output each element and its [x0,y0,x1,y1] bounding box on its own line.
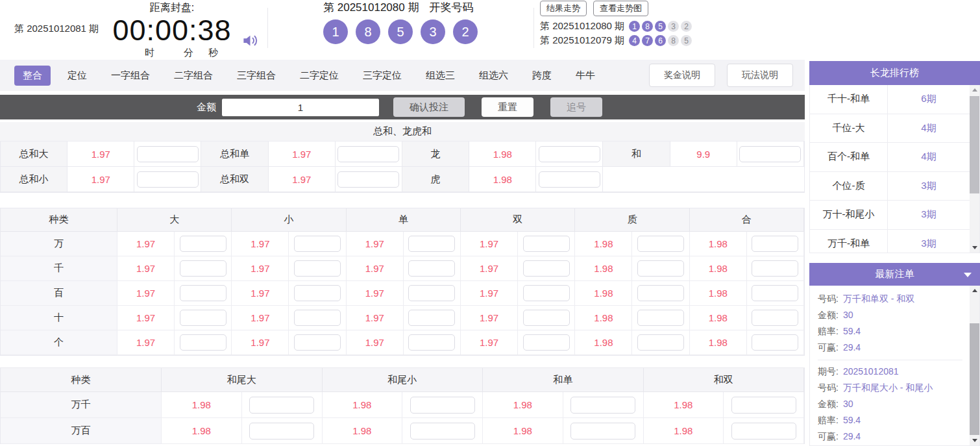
bet-input[interactable] [637,236,684,252]
ranking-label: 千位-大 [810,114,888,143]
bet-input[interactable] [408,236,455,252]
odds-value: 9.9 [670,142,737,167]
bet-input[interactable] [539,146,600,162]
bet-input[interactable] [408,334,455,351]
tab-niuniu[interactable]: 牛牛 [576,69,595,82]
bet-input[interactable] [637,310,684,326]
odds-value: 1.97 [117,232,175,256]
bet-input[interactable] [408,310,455,326]
prize-info-button[interactable]: 奖金说明 [649,64,715,87]
tab-zuxuan-liu[interactable]: 组选六 [479,69,508,82]
betting-page: 第 20251012081 期 距离封盘: 00:00:38 时 分 [0,0,980,446]
bet-input[interactable] [137,146,199,162]
bet-input[interactable] [539,171,600,188]
bet-input[interactable] [752,334,798,351]
orders-panel-header[interactable]: 最新注单 [809,263,980,286]
bet-input[interactable] [249,397,314,414]
bet-input[interactable] [523,334,570,351]
ranking-row[interactable]: 万千-和单 3期 [810,230,970,254]
tab-erzi-dingwei[interactable]: 二字定位 [300,69,339,82]
history-ball: 4 [629,35,640,46]
result-trend-button[interactable]: 结果走势 [540,1,587,16]
bet-input[interactable] [523,236,570,252]
bet-input[interactable] [523,310,570,326]
ranking-row[interactable]: 千十-和单 6期 [810,85,970,114]
view-trend-chart-button[interactable]: 查看走势图 [593,1,648,16]
bet-input[interactable] [752,260,798,277]
bet-input[interactable] [523,260,570,277]
tab-zuxuan-san[interactable]: 组选三 [426,69,455,82]
bet-input[interactable] [294,236,341,252]
tab-kuadu[interactable]: 跨度 [532,69,552,82]
bet-input[interactable] [752,285,798,301]
bet-input[interactable] [137,171,199,188]
bet-input[interactable] [180,260,227,277]
bet-input[interactable] [410,423,475,440]
bet-input[interactable] [570,423,635,440]
bet-input[interactable] [570,397,635,414]
tab-yizi-zuhe[interactable]: 一字组合 [111,69,150,82]
column-header: 种类 [1,208,117,232]
ranking-row[interactable]: 百个-和单 4期 [810,143,970,172]
chase-number-button[interactable]: 追号 [550,97,602,117]
bet-input[interactable] [752,236,798,252]
tab-sanzi-zuhe[interactable]: 三字组合 [237,69,276,82]
bet-cell [175,281,232,306]
order-field-value: 59.4 [843,412,861,428]
confirm-bet-button[interactable]: 确认投注 [393,97,465,117]
collapse-caret-icon[interactable] [964,273,972,277]
tab-zhenghe[interactable]: 整合 [14,66,51,86]
bet-input[interactable] [294,285,341,301]
scrollbar-thumb[interactable] [970,96,979,193]
bet-input[interactable] [752,310,798,326]
bet-input[interactable] [523,285,570,301]
reset-button[interactable]: 重置 [482,97,533,117]
ranking-row[interactable]: 千位-大 4期 [810,114,970,143]
bet-input[interactable] [408,285,455,301]
tab-dingwei[interactable]: 定位 [67,69,87,82]
bet-input[interactable] [180,334,227,351]
scrollbar [970,85,979,253]
unit-minute: 分 [184,47,193,59]
scroll-down-icon[interactable] [970,436,979,445]
bet-input[interactable] [739,146,801,162]
scroll-down-icon[interactable] [970,243,979,253]
rules-info-button[interactable]: 玩法说明 [727,64,793,87]
odds-value: 1.97 [347,306,404,330]
order-field-value: 万千和单双 - 和双 [843,291,914,307]
bet-input[interactable] [294,260,341,277]
tab-sanzi-dingwei[interactable]: 三字定位 [363,69,402,82]
bet-input[interactable] [180,236,227,252]
scrollbar-thumb[interactable] [970,323,979,435]
bet-input[interactable] [180,285,227,301]
bet-input[interactable] [731,397,796,414]
bet-input[interactable] [637,285,684,301]
draw-ball: 3 [421,19,445,44]
bet-input[interactable] [637,334,684,351]
bet-input[interactable] [180,310,227,326]
bet-input[interactable] [294,310,341,326]
bet-input[interactable] [408,260,455,277]
bet-input[interactable] [249,423,314,440]
bet-input[interactable] [294,334,341,351]
odds-value: 1.98 [690,232,747,256]
odds-value: 1.98 [483,418,563,444]
bet-input[interactable] [337,146,399,162]
bet-input[interactable] [637,260,684,277]
scroll-up-icon[interactable] [970,286,979,295]
odds-value: 1.97 [232,330,289,355]
bet-cell [518,330,575,355]
ranking-row[interactable]: 个位-质 3期 [810,172,970,201]
bet-input[interactable] [731,423,796,440]
order-field-value: 29.4 [843,340,861,356]
ranking-row[interactable]: 万十-和尾小 3期 [810,201,970,230]
bet-cell [289,232,346,256]
amount-input[interactable] [222,99,379,116]
bet-input[interactable] [337,171,399,188]
history-results: 结果走势 查看走势图 第 20251012080 期 1 8 5 3 2 第 2… [540,1,692,47]
history-ball: 1 [629,21,640,32]
tab-erzi-zuhe[interactable]: 二字组合 [174,69,213,82]
odds-value: 1.98 [575,330,632,355]
bet-input[interactable] [410,397,475,414]
scroll-up-icon[interactable] [970,85,979,95]
